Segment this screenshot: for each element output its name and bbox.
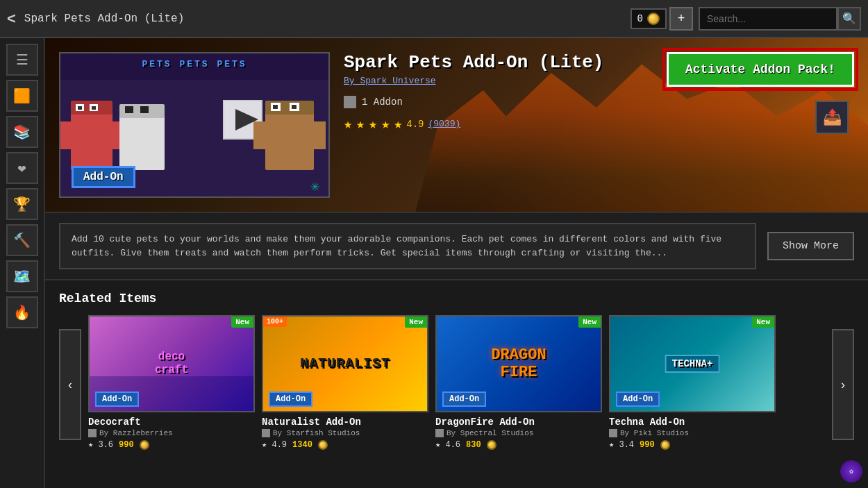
star-3: ★ bbox=[369, 115, 377, 133]
stars-row: ★ ★ ★ ★ ★ 4.9 (9039) bbox=[344, 115, 854, 133]
heart-icon: ❤️ bbox=[17, 160, 26, 177]
top-bar: < Spark Pets Add-On (Lite) 0 + 🔍 bbox=[0, 0, 868, 38]
related-item-decocraft[interactable]: New decocraft Add-On Decocraft By Razzle… bbox=[88, 315, 255, 454]
decocraft-info: Decocraft By Razzleberries ★ 3.6 990 bbox=[88, 412, 255, 454]
carousel-prev-button[interactable]: ‹ bbox=[59, 329, 81, 440]
dragonfire-price: 830 bbox=[466, 440, 481, 450]
related-item-techna[interactable]: New TECHNA+ Add-On Techna Add-On By Piki… bbox=[609, 315, 776, 454]
decocraft-price: 990 bbox=[119, 440, 134, 450]
sidebar-item-home[interactable]: 🟧 bbox=[6, 80, 38, 112]
new-badge-techna: New bbox=[752, 317, 774, 328]
related-section: Related Items ‹ New decocraft Add-On Dec… bbox=[45, 280, 868, 465]
naturalist-stats: ★ 4.9 1340 bbox=[262, 439, 428, 450]
sidebar-item-map[interactable]: 🗺️ bbox=[6, 260, 38, 292]
coin-area: 0 bbox=[631, 8, 667, 29]
techna-author: By Piki Studios bbox=[609, 429, 776, 437]
dragonfire-info: DragonFire Add-On By Spectral Studios ★ … bbox=[435, 412, 602, 454]
dragonfire-addon-tag: Add-On bbox=[442, 392, 486, 407]
hero-section: ✳ PETS PETS PETS Add-On Spark Pets Add-O… bbox=[45, 38, 868, 213]
star-4: ★ bbox=[381, 115, 390, 133]
svg-rect-25 bbox=[312, 121, 326, 149]
related-item-dragonfire[interactable]: New DRAGONFIRE Add-On DragonFire Add-On … bbox=[435, 315, 602, 454]
carousel-next-button[interactable]: › bbox=[832, 329, 854, 440]
rating-link[interactable]: (9039) bbox=[428, 119, 460, 129]
home-icon: 🟧 bbox=[13, 87, 31, 105]
related-title: Related Items bbox=[59, 292, 854, 305]
svg-rect-2 bbox=[71, 108, 112, 170]
sidebar-item-library[interactable]: 📚 bbox=[6, 116, 38, 148]
watermark: ✿ bbox=[840, 460, 862, 482]
svg-rect-12 bbox=[119, 111, 165, 170]
star-2: ★ bbox=[356, 115, 365, 133]
new-badge-dragonfire: New bbox=[578, 317, 601, 328]
svg-text:✳: ✳ bbox=[310, 177, 319, 194]
show-more-button[interactable]: Show More bbox=[767, 232, 854, 260]
related-item-naturalist[interactable]: 100+ New NATURALIST Add-On Naturalist Ad… bbox=[262, 315, 428, 454]
sidebar-item-crafting[interactable]: 🔨 bbox=[6, 224, 38, 256]
author-icon bbox=[88, 429, 97, 437]
coin-count: 0 bbox=[637, 13, 643, 24]
svg-rect-8 bbox=[60, 121, 74, 149]
star-5: ★ bbox=[394, 115, 402, 133]
hundred-badge-naturalist: 100+ bbox=[263, 317, 287, 327]
naturalist-name: Naturalist Add-On bbox=[262, 417, 428, 428]
techna-price: 990 bbox=[640, 440, 655, 450]
library-icon: 📚 bbox=[13, 124, 31, 141]
share-button[interactable]: 📤 bbox=[815, 101, 849, 134]
dragonfire-logo: DRAGONFIRE bbox=[491, 346, 546, 381]
hero-image: ✳ PETS PETS PETS Add-On bbox=[59, 52, 330, 198]
coin-icon bbox=[647, 12, 660, 25]
activate-button[interactable]: Activate Addon Pack! bbox=[667, 52, 854, 87]
svg-rect-15 bbox=[140, 106, 149, 113]
dragonfire-name: DragonFire Add-On bbox=[435, 417, 602, 428]
thumb-techna: New TECHNA+ Add-On bbox=[609, 315, 776, 412]
search-button[interactable]: 🔍 bbox=[837, 7, 861, 31]
menu-icon: ☰ bbox=[16, 51, 28, 69]
search-input[interactable] bbox=[699, 7, 837, 31]
map-icon: 🗺️ bbox=[13, 268, 31, 285]
dragonfire-author: By Spectral Studios bbox=[435, 429, 602, 437]
dragonfire-star: ★ 4.6 bbox=[435, 439, 460, 450]
share-icon: 📤 bbox=[823, 108, 842, 127]
techna-info: Techna Add-On By Piki Studios ★ 3.4 990 bbox=[609, 412, 776, 454]
hero-info: Spark Pets Add-On (Lite) By Spark Univer… bbox=[344, 52, 854, 198]
addon-count-icon bbox=[344, 96, 356, 108]
add-coins-button[interactable]: + bbox=[669, 7, 693, 31]
thumb-dragonfire: New DRAGONFIRE Add-On bbox=[435, 315, 602, 412]
naturalist-coin bbox=[318, 440, 328, 450]
svg-rect-24 bbox=[253, 121, 267, 149]
decocraft-stats: ★ 3.6 990 bbox=[88, 439, 255, 450]
techna-addon-tag: Add-On bbox=[616, 392, 660, 407]
sidebar-item-menu[interactable]: ☰ bbox=[6, 44, 38, 76]
naturalist-author: By Starfish Studios bbox=[262, 429, 428, 437]
author-icon bbox=[435, 429, 444, 437]
carousel-items: New decocraft Add-On Decocraft By Razzle… bbox=[81, 315, 832, 454]
dragonfire-coin bbox=[487, 440, 496, 450]
sidebar-item-fire[interactable]: 🔥 bbox=[6, 296, 38, 328]
techna-name: Techna Add-On bbox=[609, 417, 776, 428]
thumb-decocraft: New decocraft Add-On bbox=[88, 315, 255, 412]
author-icon bbox=[609, 429, 617, 437]
sidebar: ☰ 🟧 📚 ❤️ 🏆 🔨 🗺️ 🔥 bbox=[0, 38, 45, 488]
description-text: Add 10 cute pets to your worlds and make… bbox=[72, 233, 744, 260]
dragonfire-stats: ★ 4.6 830 bbox=[435, 439, 602, 450]
techna-stats: ★ 3.4 990 bbox=[609, 439, 776, 450]
related-carousel: ‹ New decocraft Add-On Decocraft bbox=[59, 315, 854, 454]
svg-rect-14 bbox=[125, 106, 133, 113]
page-title: Spark Pets Add-On (Lite) bbox=[24, 12, 631, 25]
svg-rect-7 bbox=[92, 106, 96, 110]
rating-value: 4.9 bbox=[406, 119, 424, 130]
sidebar-item-achievements[interactable]: 🏆 bbox=[6, 188, 38, 220]
fire-icon: 🔥 bbox=[13, 304, 31, 321]
svg-rect-23 bbox=[292, 105, 297, 109]
description-section: Add 10 cute pets to your worlds and make… bbox=[45, 213, 868, 280]
decocraft-coin bbox=[140, 440, 149, 450]
addon-count-label: 1 Addon bbox=[362, 96, 403, 108]
back-button[interactable]: < bbox=[7, 10, 16, 28]
crafting-icon: 🔨 bbox=[13, 232, 31, 249]
main-layout: ☰ 🟧 📚 ❤️ 🏆 🔨 🗺️ 🔥 bbox=[0, 38, 868, 488]
sidebar-item-favorites[interactable]: ❤️ bbox=[6, 152, 38, 184]
naturalist-price: 1340 bbox=[292, 440, 312, 450]
addon-tag: Add-On bbox=[72, 166, 135, 188]
description-box: Add 10 cute pets to your worlds and make… bbox=[59, 223, 756, 269]
